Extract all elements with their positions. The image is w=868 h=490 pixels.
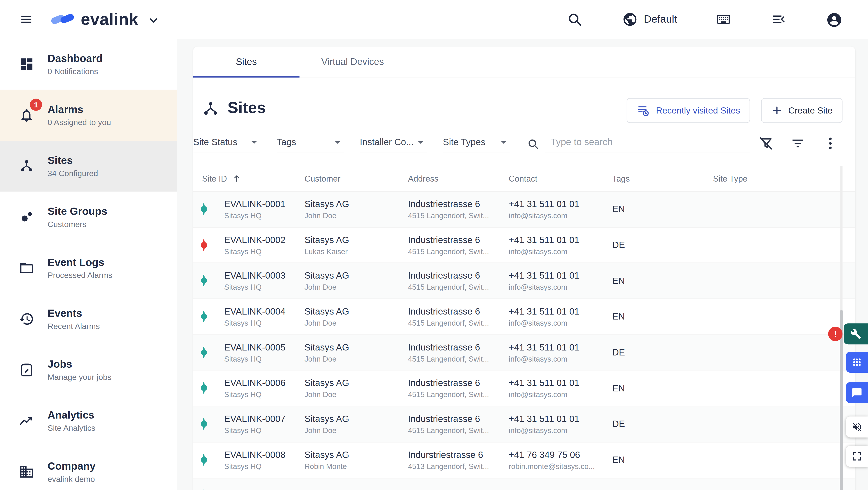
- site-status-indicator[interactable]: [203, 239, 205, 250]
- table-row[interactable]: EVALINK-0006Sitasys HQ Sitasys AGJohn Do…: [193, 371, 855, 406]
- sidebar-item-label: Site Groups: [48, 206, 107, 218]
- site-status-indicator[interactable]: [203, 275, 205, 286]
- site-id-cell: EVALINK-0007Sitasys HQ: [224, 414, 305, 435]
- address-cell: Industriestrasse 64515 Langendorf, Swit.…: [408, 342, 509, 363]
- address-cell: Industriestrasse 64515 Langendorf, Swit.…: [408, 306, 509, 327]
- table-row[interactable]: EVALINK-0004Sitasys HQ Sitasys AGJohn Do…: [193, 299, 855, 335]
- table-body: EVALINK-0001Sitasys HQ Sitasys AGJohn Do…: [193, 191, 855, 490]
- tags-cell: EN: [612, 276, 713, 286]
- customer-cell: Sitasys AGLukas Kaiser: [305, 235, 408, 255]
- sidebar-item-dashboard[interactable]: Dashboard 0 Notifications: [0, 39, 177, 90]
- site-status-indicator[interactable]: [203, 454, 205, 465]
- table-row[interactable]: EVALINK-0005Sitasys HQ Sitasys AGJohn Do…: [193, 335, 855, 371]
- sidebar-item-company[interactable]: Company evalink demo: [0, 447, 177, 490]
- search-icon[interactable]: [567, 11, 583, 27]
- sidebar-item-sites[interactable]: Sites 34 Configured: [0, 141, 177, 191]
- create-site-button[interactable]: Create Site: [761, 98, 842, 123]
- address-cell: Industriestrasse 64515 Langendorf, Swit.…: [408, 199, 509, 220]
- column-header-tags[interactable]: Tags: [612, 174, 713, 183]
- wrench-icon: [850, 328, 862, 339]
- chevron-down-icon[interactable]: [147, 14, 159, 27]
- site-status-indicator[interactable]: [203, 311, 205, 322]
- account-icon[interactable]: [826, 11, 842, 28]
- tags-cell: EN: [612, 383, 713, 394]
- sort-arrow-up-icon[interactable]: [232, 174, 241, 183]
- keyboard-icon[interactable]: [716, 11, 732, 27]
- sidebar-item-label: Jobs: [48, 358, 112, 370]
- brand-name: evalink: [81, 10, 138, 29]
- column-header-site-id[interactable]: Site ID: [193, 174, 305, 183]
- column-header-address[interactable]: Address: [408, 174, 509, 183]
- column-header-contact[interactable]: Contact: [509, 174, 612, 183]
- region-selector[interactable]: Default: [644, 13, 677, 26]
- column-header-site-type[interactable]: Site Type: [713, 174, 855, 183]
- plus-icon: [771, 105, 782, 116]
- tags-cell: DE: [612, 419, 713, 430]
- chat-icon: [851, 387, 863, 398]
- filter-list-icon[interactable]: [790, 136, 806, 151]
- site-id-cell: EVALINK-0004Sitasys HQ: [224, 306, 305, 327]
- table-row[interactable]: EVALINK-0001Sitasys HQ Sitasys AGJohn Do…: [193, 191, 855, 227]
- filter-select-tags[interactable]: Tags: [277, 137, 344, 152]
- folder-icon: [19, 260, 34, 276]
- wrench-button[interactable]: [844, 323, 868, 344]
- main-area: SitesVirtual Devices Sites Recently visi…: [177, 39, 868, 490]
- evalink-logo-icon: [49, 8, 76, 31]
- globe-icon[interactable]: [622, 11, 638, 27]
- sidebar-item-sublabel: Site Analytics: [48, 424, 95, 432]
- site-status-indicator[interactable]: [203, 203, 205, 215]
- chat-button[interactable]: [846, 382, 868, 403]
- sidebar-item-alarms[interactable]: 1 Alarms 0 Assigned to you: [0, 90, 177, 141]
- more-options-icon[interactable]: [823, 136, 838, 151]
- column-header-customer[interactable]: Customer: [305, 174, 408, 183]
- site-id-cell: EVALINK-0003Sitasys HQ: [224, 270, 305, 292]
- site-id-cell: EVALINK-0008Sitasys HQ: [224, 450, 305, 470]
- table-row[interactable]: EVALINK-0007Sitasys HQ Sitasys AGJohn Do…: [193, 406, 855, 442]
- sidebar-item-sublabel: Customers: [48, 220, 107, 228]
- volume-off-button[interactable]: [846, 417, 868, 437]
- contact-cell: +41 31 511 01 01info@sitasys.com: [509, 378, 612, 399]
- status-cell: [193, 455, 224, 465]
- table-row[interactable]: EVALINK-0009 Sitasys AG Industriestrasse…: [193, 478, 855, 490]
- tab-label: Sites: [236, 57, 257, 68]
- tab-sites[interactable]: Sites: [193, 47, 300, 78]
- fullscreen-button[interactable]: [846, 446, 868, 467]
- site-status-indicator[interactable]: [203, 418, 205, 430]
- sidebar-item-site-groups[interactable]: Site Groups Customers: [0, 191, 177, 242]
- menu-open-icon[interactable]: [771, 11, 786, 27]
- brand[interactable]: evalink: [49, 8, 159, 31]
- customer-cell: Sitasys AGJohn Doe: [305, 270, 408, 292]
- status-cell: [193, 276, 224, 286]
- filter-select-site-status[interactable]: Site Status: [193, 137, 260, 152]
- sidebar-item-sublabel: 34 Configured: [48, 169, 98, 178]
- sidebar-item-events[interactable]: Events Recent Alarms: [0, 294, 177, 344]
- recently-visited-sites-button[interactable]: Recently visited Sites: [627, 98, 750, 123]
- vertical-scrollbar[interactable]: [840, 166, 843, 490]
- top-bar: evalink Default: [0, 0, 868, 39]
- table-row[interactable]: EVALINK-0008Sitasys HQ Sitasys AGRobin M…: [193, 442, 855, 478]
- search-input[interactable]: [545, 136, 750, 152]
- sidebar-item-event-logs[interactable]: Event Logs Processed Alarms: [0, 243, 177, 294]
- table-row[interactable]: EVALINK-0003Sitasys HQ Sitasys AGJohn Do…: [193, 263, 855, 299]
- search-icon: [527, 138, 539, 150]
- contact-cell: +41 76 349 75 06robin.monte@sitasys.co..…: [509, 450, 612, 470]
- dashboard-icon: [19, 57, 34, 72]
- table-row[interactable]: EVALINK-0002Sitasys HQ Sitasys AGLukas K…: [193, 227, 855, 263]
- filter-select-installer-co[interactable]: Installer Co...: [360, 137, 427, 152]
- dialpad-button[interactable]: [846, 351, 868, 373]
- site-status-indicator[interactable]: [203, 346, 205, 358]
- app-window: evalink Default Dashboard 0 Notification…: [0, 0, 868, 490]
- address-cell: Industriestrasse 64515 Langendorf, Swit.…: [408, 270, 509, 292]
- fullscreen-icon: [851, 451, 863, 462]
- hamburger-menu-icon[interactable]: [19, 13, 34, 26]
- clear-filters-icon[interactable]: [758, 136, 774, 151]
- tab-virtual-devices[interactable]: Virtual Devices: [300, 47, 406, 78]
- page-title: Sites: [228, 99, 266, 117]
- sidebar-item-jobs[interactable]: Jobs Manage your jobs: [0, 344, 177, 395]
- filter-select-site-types[interactable]: Site Types: [443, 137, 510, 152]
- contact-cell: +41 31 511 01 01info@sitasys.com: [509, 306, 612, 327]
- contact-cell: +41 31 511 01 01info@sitasys.com: [509, 414, 612, 435]
- site-status-indicator[interactable]: [203, 382, 205, 394]
- sidebar-item-analytics[interactable]: Analytics Site Analytics: [0, 396, 177, 447]
- table-header-row: Site IDCustomerAddressContactTagsSite Ty…: [193, 166, 855, 192]
